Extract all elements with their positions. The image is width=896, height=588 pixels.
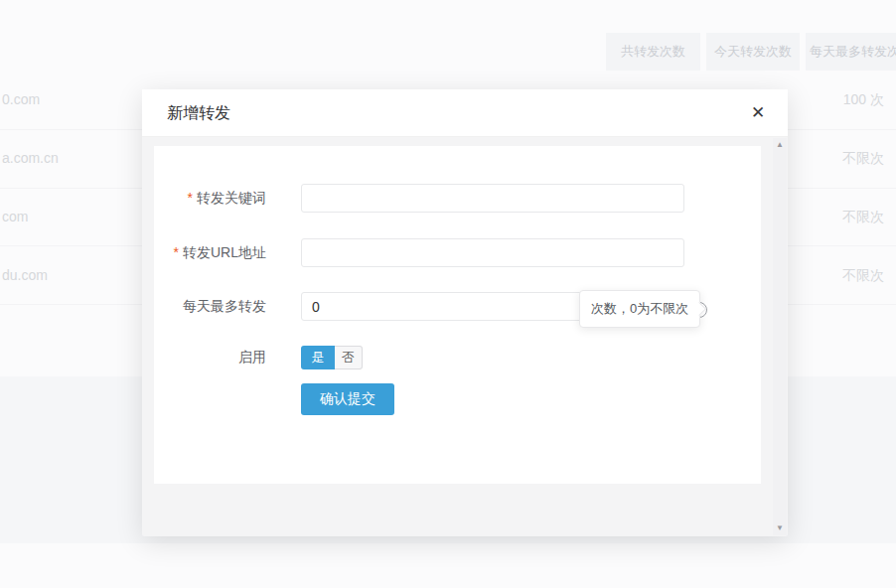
table-row-value: 不限次: [842, 208, 884, 225]
table-row-domain: du.com: [2, 266, 48, 284]
form-row-enable: 启用 是 否: [154, 346, 363, 369]
confirm-submit-button[interactable]: 确认提交: [301, 383, 394, 415]
enable-yes-button[interactable]: 是: [301, 346, 335, 369]
daily-max-label-text: 每天最多转发: [183, 298, 266, 314]
dialog-body: *转发关键词 *转发URL地址 每天最多转发 次数，0为不限次 ? 启用 是 否: [142, 137, 788, 536]
dialog-title: 新增转发: [167, 89, 230, 137]
required-asterisk: *: [174, 244, 179, 260]
required-asterisk: *: [188, 190, 193, 206]
url-input[interactable]: [301, 238, 684, 267]
keyword-label: *转发关键词: [154, 190, 301, 208]
table-row-value: 不限次: [842, 266, 884, 284]
table-row-domain: 0.com: [2, 90, 40, 108]
column-header-daily-max-forwards: 每天最多转发次: [806, 33, 896, 71]
keyword-label-text: 转发关键词: [197, 190, 266, 206]
enable-label-text: 启用: [238, 349, 266, 365]
add-forward-dialog: 新增转发 ✕ *转发关键词 *转发URL地址 每天最多转发 次数，0为不限次 ?…: [142, 89, 788, 536]
dialog-scrollbar[interactable]: ▲ ▼: [773, 138, 787, 535]
close-icon[interactable]: ✕: [746, 101, 770, 125]
scroll-down-icon[interactable]: ▼: [776, 524, 784, 532]
url-label: *转发URL地址: [154, 244, 301, 262]
form-row-url: *转发URL地址: [154, 238, 684, 267]
keyword-input[interactable]: [301, 184, 684, 213]
form-row-keyword: *转发关键词: [154, 184, 684, 213]
url-label-text: 转发URL地址: [183, 244, 266, 260]
column-header-total-forwards: 共转发次数: [606, 33, 700, 71]
scroll-up-icon[interactable]: ▲: [776, 141, 784, 149]
daily-max-label: 每天最多转发: [154, 298, 301, 316]
column-header-today-forwards: 今天转发次数: [706, 33, 800, 71]
daily-max-tooltip: 次数，0为不限次: [579, 290, 700, 328]
table-row-domain: a.com.cn: [2, 149, 59, 167]
table-row-domain: com: [2, 208, 28, 225]
tooltip-text: 次数，0为不限次: [591, 300, 688, 318]
form-card: *转发关键词 *转发URL地址 每天最多转发 次数，0为不限次 ? 启用 是 否: [154, 146, 761, 484]
enable-label: 启用: [154, 349, 301, 367]
enable-no-button[interactable]: 否: [335, 346, 363, 369]
table-row-value: 100 次: [843, 90, 884, 108]
dialog-header: 新增转发 ✕: [142, 89, 788, 137]
table-row-value: 不限次: [842, 149, 884, 167]
enable-toggle: 是 否: [301, 346, 363, 369]
